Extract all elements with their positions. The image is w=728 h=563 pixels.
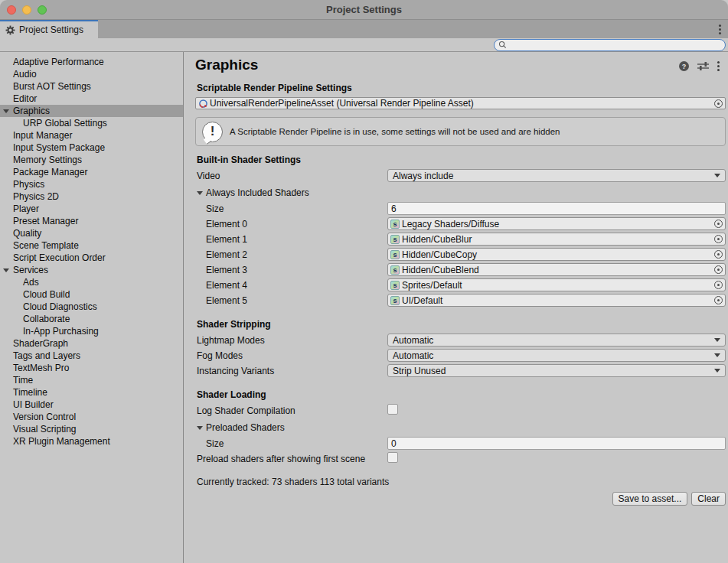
object-picker-icon[interactable] [714, 265, 723, 274]
project-settings-window: Project Settings Project Settings [0, 0, 728, 563]
save-to-asset-button[interactable]: Save to asset... [612, 492, 688, 506]
loading-section-header: Shader Loading [191, 389, 726, 400]
preloaded-size-input[interactable]: 0 [387, 437, 726, 450]
shader-object-field[interactable]: s Legacy Shaders/Diffuse [387, 217, 726, 230]
info-message: A Scriptable Render Pipeline is in use, … [230, 127, 560, 136]
sidebar-item-burst-aot-settings[interactable]: Burst AOT Settings [0, 80, 183, 93]
shader-asset-icon: s [390, 265, 400, 275]
sidebar-item-visual-scripting[interactable]: Visual Scripting [0, 423, 183, 435]
sidebar-item-physics-2d[interactable]: Physics 2D [0, 190, 183, 203]
object-picker-icon[interactable] [714, 99, 723, 108]
sidebar-item-version-control[interactable]: Version Control [0, 411, 183, 423]
help-icon[interactable]: ? [679, 61, 689, 71]
log-shader-compilation-checkbox[interactable] [387, 404, 398, 415]
stripping-section-header: Shader Stripping [191, 319, 726, 330]
sidebar-item-memory-settings[interactable]: Memory Settings [0, 154, 183, 166]
preloaded-shaders-foldout[interactable]: Preloaded Shaders [191, 421, 726, 434]
tab-strip: Project Settings [0, 20, 728, 38]
sidebar-item-urp-global-settings[interactable]: URP Global Settings [0, 117, 183, 129]
tab-label: Project Settings [19, 24, 83, 35]
search-box[interactable] [494, 39, 726, 51]
shader-object-field[interactable]: s UI/Default [387, 294, 726, 307]
tracked-shaders-status: Currently tracked: 73 shaders 113 total … [191, 477, 726, 487]
sidebar-item-input-manager[interactable]: Input Manager [0, 129, 183, 142]
window-menu-button[interactable] [711, 20, 728, 38]
fog-modes-row: Fog Modes Automatic [191, 349, 726, 362]
sidebar-item-preset-manager[interactable]: Preset Manager [0, 215, 183, 227]
preload-after-checkbox[interactable] [387, 452, 398, 463]
element-label: Element 3 [191, 265, 387, 275]
sidebar-item-timeline[interactable]: Timeline [0, 386, 183, 399]
shader-object-field[interactable]: s Sprites/Default [387, 278, 726, 291]
panel-menu-button[interactable] [717, 65, 720, 67]
sidebar-item-shadergraph[interactable]: ShaderGraph [0, 337, 183, 350]
sidebar-item-in-app-purchasing[interactable]: In-App Purchasing [0, 325, 183, 337]
foldout-triangle-icon[interactable] [3, 268, 9, 272]
shader-name: Sprites/Default [402, 280, 714, 291]
object-picker-icon[interactable] [714, 220, 723, 228]
sidebar-item-scene-template[interactable]: Scene Template [0, 239, 183, 252]
shader-object-field[interactable]: s Hidden/CubeBlend [387, 263, 726, 276]
size-input[interactable]: 6 [387, 202, 726, 215]
sidebar-item-textmesh-pro[interactable]: TextMesh Pro [0, 362, 183, 374]
element-label: Element 1 [191, 234, 387, 245]
presets-icon[interactable] [697, 61, 709, 71]
srp-asset-object-field[interactable]: UniversalRenderPipelineAsset (Universal … [195, 97, 726, 109]
gear-icon [5, 25, 15, 35]
window-title: Project Settings [0, 4, 728, 15]
element-label: Element 0 [191, 219, 387, 229]
clear-button[interactable]: Clear [691, 492, 726, 506]
srp-asset-value: UniversalRenderPipelineAsset (Universal … [210, 98, 714, 109]
sidebar-item-cloud-diagnostics[interactable]: Cloud Diagnostics [0, 301, 183, 313]
sidebar-item-graphics[interactable]: Graphics [0, 105, 183, 117]
object-picker-icon[interactable] [714, 296, 723, 304]
sidebar-item-ads[interactable]: Ads [0, 276, 183, 288]
tab-project-settings[interactable]: Project Settings [0, 20, 98, 38]
search-toolbar [0, 38, 728, 52]
instancing-variants-dropdown[interactable]: Strip Unused [387, 364, 726, 377]
foldout-triangle-icon[interactable] [3, 109, 9, 113]
shader-object-field[interactable]: s Hidden/CubeCopy [387, 248, 726, 261]
always-included-foldout[interactable]: Always Included Shaders [191, 187, 726, 199]
sidebar-item-physics[interactable]: Physics [0, 178, 183, 190]
shader-tracking-buttons: Save to asset... Clear [191, 492, 726, 506]
builtin-section-header: Built-in Shader Settings [191, 155, 726, 165]
sidebar-item-audio[interactable]: Audio [0, 68, 183, 80]
sidebar-item-player[interactable]: Player [0, 203, 183, 215]
kebab-vertical-icon [719, 28, 721, 31]
foldout-triangle-icon [197, 191, 203, 195]
element-row: Element 2 s Hidden/CubeCopy [191, 248, 726, 261]
sidebar-item-services[interactable]: Services [0, 264, 183, 276]
sidebar-item-cloud-build[interactable]: Cloud Build [0, 288, 183, 301]
preload-after-row: Preload shaders after showing first scen… [191, 452, 726, 465]
titlebar: Project Settings [0, 0, 728, 20]
shader-object-field[interactable]: s Hidden/CubeBlur [387, 233, 726, 246]
shader-name: UI/Default [402, 295, 714, 306]
sidebar-item-quality[interactable]: Quality [0, 227, 183, 239]
object-picker-icon[interactable] [714, 250, 723, 259]
search-input[interactable] [507, 41, 721, 50]
chevron-down-icon [714, 369, 720, 373]
srp-asset-row: UniversalRenderPipelineAsset (Universal … [195, 96, 726, 110]
object-picker-icon[interactable] [714, 281, 723, 289]
element-row: Element 5 s UI/Default [191, 294, 726, 307]
fog-modes-dropdown[interactable]: Automatic [387, 349, 726, 362]
sidebar-item-input-system-package[interactable]: Input System Package [0, 142, 183, 154]
sidebar-item-adaptive-performance[interactable]: Adaptive Performance [0, 56, 183, 68]
video-dropdown[interactable]: Always include [387, 169, 726, 182]
element-row: Element 3 s Hidden/CubeBlend [191, 263, 726, 276]
sidebar-item-editor[interactable]: Editor [0, 93, 183, 105]
lightmap-modes-dropdown[interactable]: Automatic [387, 334, 726, 347]
content: Adaptive Performance Audio Burst AOT Set… [0, 52, 728, 563]
sidebar-item-script-execution-order[interactable]: Script Execution Order [0, 252, 183, 264]
object-picker-icon[interactable] [714, 235, 723, 243]
sidebar-item-collaborate[interactable]: Collaborate [0, 313, 183, 325]
sidebar-item-package-manager[interactable]: Package Manager [0, 166, 183, 178]
sidebar-item-time[interactable]: Time [0, 374, 183, 386]
sidebar-item-tags-and-layers[interactable]: Tags and Layers [0, 350, 183, 362]
sidebar-item-ui-builder[interactable]: UI Builder [0, 399, 183, 411]
log-shader-compilation-label: Log Shader Compilation [191, 405, 387, 416]
tab-strip-empty [98, 20, 711, 38]
sidebar-item-xr-plugin-management[interactable]: XR Plugin Management [0, 435, 183, 447]
element-row: Element 4 s Sprites/Default [191, 278, 726, 291]
